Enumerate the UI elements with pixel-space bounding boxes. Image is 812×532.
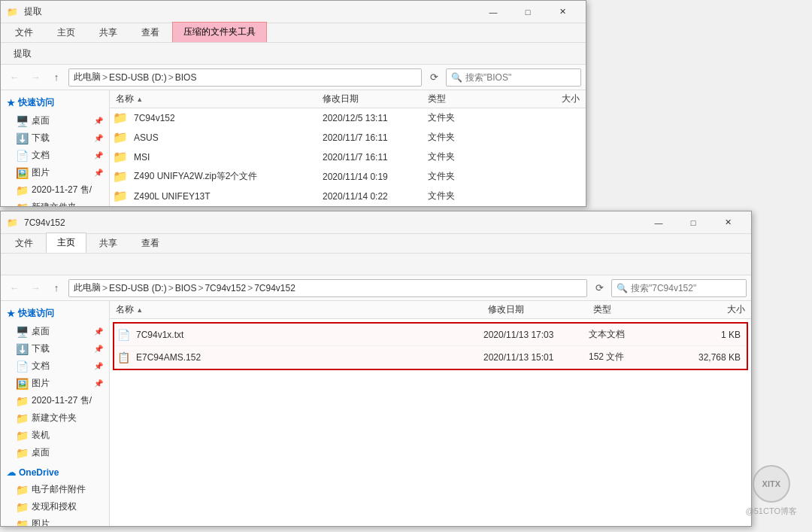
- tab-compress-1[interactable]: 压缩的文件夹工具: [172, 22, 267, 42]
- file-row-1e[interactable]: 📁 Z490L UNIFEY13T 2020/11/14 0:22 文件夹: [110, 187, 586, 206]
- file-row-1d[interactable]: 📁 Z490 UNIFYA2W.zip等2个文件 2020/11/14 0:19…: [110, 167, 586, 187]
- sidebar-item-install-2[interactable]: 📁 装机: [1, 427, 109, 444]
- col-size-2[interactable]: 大小: [680, 303, 748, 316]
- close-btn-1[interactable]: ✕: [545, 1, 580, 23]
- back-btn-2[interactable]: ←: [5, 279, 23, 297]
- back-btn-1[interactable]: ←: [5, 68, 23, 87]
- address-path-1[interactable]: 此电脑 > ESD-USB (D:) > BIOS: [68, 68, 422, 87]
- col-date-2[interactable]: 修改日期: [485, 303, 590, 316]
- row-icon-bin: 📋: [117, 351, 130, 363]
- sidebar-item-newfolder-1[interactable]: 📁 新建文件夹: [1, 199, 109, 206]
- col-size-1[interactable]: 大小: [515, 93, 583, 105]
- qa-label-2: 快速访问: [18, 307, 54, 320]
- sidebar-item-dl-2[interactable]: ⬇️ 下载 📌: [1, 340, 109, 357]
- col-name-1[interactable]: 名称 ▲: [113, 93, 320, 105]
- pin-docs-1: 📌: [94, 151, 103, 160]
- sidebar-item-email-2[interactable]: 📁 电子邮件附件: [1, 481, 109, 498]
- sort-arrow-2: ▲: [136, 306, 143, 314]
- sidebar-item-desktop-2[interactable]: 🖥️ 桌面 📌: [1, 323, 109, 340]
- sidebar-section-quickaccess-2: ★ 快速访问 🖥️ 桌面 📌 ⬇️ 下载 📌 📄: [1, 304, 109, 461]
- title-icon-1: 📁: [7, 7, 18, 17]
- file-row-1c[interactable]: 📁 MSI 2020/11/7 16:11 文件夹: [110, 147, 586, 167]
- sidebar-item-folder1-1[interactable]: 📁 2020-11-27 售/: [1, 181, 109, 199]
- file-row-1b[interactable]: 📁 ASUS 2020/11/7 16:11 文件夹: [110, 128, 586, 147]
- minimize-btn-2[interactable]: —: [641, 211, 676, 234]
- tab-home-2[interactable]: 主页: [46, 233, 86, 253]
- doc-label-2: 文档: [32, 360, 50, 372]
- tab-file-2[interactable]: 文件: [4, 233, 44, 253]
- forward-btn-1[interactable]: →: [26, 68, 44, 87]
- sidebar-1: ★ 快速访问 🖥️ 桌面 📌 ⬇️ 下载 📌 📄: [1, 90, 110, 206]
- sidebar-item-date-2[interactable]: 📁 2020-11-27 售/: [1, 392, 109, 409]
- close-btn-2[interactable]: ✕: [710, 211, 745, 234]
- tab-share-1[interactable]: 共享: [88, 23, 129, 42]
- sidebar-item-doc-2[interactable]: 📄 文档 📌: [1, 357, 109, 375]
- sidebar-item-pics-1[interactable]: 🖼️ 图片 📌: [1, 164, 109, 181]
- window-7c94: 📁 7C94v152 — □ ✕ 文件 主页 共享 查看 ← → ↑: [0, 211, 752, 527]
- sidebar-item-photo-2[interactable]: 📁 图片: [1, 515, 109, 526]
- tab-view-2[interactable]: 查看: [130, 233, 171, 253]
- pics-icon-1: 🖼️: [16, 167, 29, 179]
- date-label-2: 2020-11-27 售/: [32, 394, 92, 407]
- refresh-btn-2[interactable]: ⟳: [590, 279, 608, 297]
- refresh-btn-1[interactable]: ⟳: [425, 68, 443, 87]
- file-row-bin[interactable]: 📋 E7C94AMS.152 2020/11/13 15:01 152 文件 3…: [114, 346, 747, 369]
- sidebar-item-nf-2[interactable]: 📁 新建文件夹: [1, 409, 109, 427]
- search-box-1[interactable]: 🔍: [446, 68, 581, 87]
- file-row-1a[interactable]: 📁 7C94v152 2020/12/5 13:11 文件夹: [110, 108, 586, 128]
- desk2-label-2: 桌面: [32, 446, 50, 459]
- minimize-btn-1[interactable]: —: [476, 1, 511, 23]
- sidebar-item-pic-2[interactable]: 🖼️ 图片 📌: [1, 375, 109, 392]
- path-part-2a: 此电脑: [74, 281, 101, 294]
- sidebar-header-quickaccess-1[interactable]: ★ 快速访问: [1, 93, 109, 112]
- row-type-1d: 文件夹: [425, 170, 515, 183]
- row-date-1b: 2020/11/7 16:11: [320, 132, 425, 143]
- sidebar-item-auth-2[interactable]: 📁 发现和授权: [1, 498, 109, 515]
- address-bar-1: ← → ↑ 此电脑 > ESD-USB (D:) > BIOS ⟳ 🔍: [1, 65, 586, 90]
- ribbon-extract-btn[interactable]: 提取: [7, 45, 38, 62]
- desktop-label-1: 桌面: [32, 114, 50, 127]
- pin-dl-2: 📌: [94, 345, 103, 353]
- tab-share-2[interactable]: 共享: [88, 233, 129, 253]
- sidebar-header-od-2[interactable]: ☁ OneDrive: [1, 464, 109, 481]
- row-type-1e: 文件夹: [425, 190, 515, 202]
- tab-file-1[interactable]: 文件: [4, 23, 44, 42]
- od-label-2: OneDrive: [19, 467, 59, 478]
- tab-home-1[interactable]: 主页: [46, 23, 86, 42]
- row-icon-1a: 📁: [113, 111, 128, 125]
- maximize-btn-2[interactable]: □: [676, 211, 710, 234]
- desktop-icon-2: 🖥️: [16, 326, 29, 338]
- window-bios: 📁 提取 — □ ✕ 文件 主页 共享 查看 压缩的文件夹工具 提取: [0, 0, 586, 207]
- sidebar-item-desktop-1[interactable]: 🖥️ 桌面 📌: [1, 112, 109, 129]
- search-box-2[interactable]: 🔍: [611, 279, 747, 297]
- sidebar-item-downloads-1[interactable]: ⬇️ 下载 📌: [1, 129, 109, 147]
- tab-view-1[interactable]: 查看: [130, 23, 171, 42]
- col-type-1[interactable]: 类型: [425, 93, 515, 105]
- desktop-label-2: 桌面: [32, 325, 50, 338]
- downloads-icon-1: ⬇️: [16, 132, 29, 144]
- search-icon-1: 🔍: [451, 72, 462, 83]
- maximize-btn-1[interactable]: □: [511, 1, 545, 23]
- col-name-2[interactable]: 名称 ▲: [113, 303, 485, 316]
- desk2-icon-2: 📁: [16, 447, 29, 459]
- pin-doc-2: 📌: [94, 362, 103, 370]
- row-name-1b: ASUS: [131, 132, 320, 143]
- row-icon-1e: 📁: [113, 189, 128, 203]
- search-input-2[interactable]: [631, 283, 744, 293]
- forward-btn-2[interactable]: →: [26, 279, 44, 297]
- address-path-2[interactable]: 此电脑 > ESD-USB (D:) > BIOS > 7C94v152 > 7…: [68, 279, 587, 297]
- search-icon-2: 🔍: [617, 283, 628, 293]
- sidebar-item-desk2-2[interactable]: 📁 桌面: [1, 444, 109, 461]
- col-type-2[interactable]: 类型: [590, 303, 680, 316]
- row-name-bin: E7C94AMS.152: [133, 352, 480, 363]
- pics-label-1: 图片: [32, 166, 50, 179]
- dl-icon-2: ⬇️: [16, 343, 29, 355]
- up-btn-1[interactable]: ↑: [47, 68, 65, 87]
- sidebar-item-docs-1[interactable]: 📄 文档 📌: [1, 147, 109, 164]
- file-row-txt[interactable]: 📄 7C94v1x.txt 2020/11/13 17:03 文本文档 1 KB: [114, 324, 747, 346]
- sidebar-header-qa-2[interactable]: ★ 快速访问: [1, 304, 109, 323]
- search-input-1[interactable]: [465, 72, 578, 83]
- col-date-1[interactable]: 修改日期: [320, 93, 425, 105]
- pin-d-2: 📌: [94, 327, 103, 336]
- up-btn-2[interactable]: ↑: [47, 279, 65, 297]
